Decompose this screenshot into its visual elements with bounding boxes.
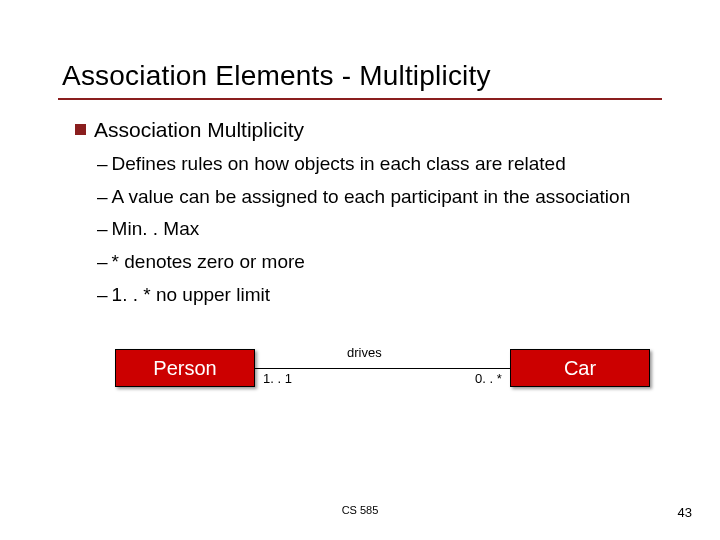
multiplicity-right: 0. . * <box>475 371 502 386</box>
slide-title: Association Elements - Multiplicity <box>0 0 720 98</box>
list-item-text: Min. . Max <box>112 218 200 239</box>
list-item-text: Defines rules on how objects in each cla… <box>112 153 566 174</box>
slide: Association Elements - Multiplicity Asso… <box>0 0 720 540</box>
content-area: Association Multiplicity –Defines rules … <box>0 100 720 407</box>
section-heading-row: Association Multiplicity <box>75 118 680 142</box>
list-item: –1. . * no upper limit <box>97 283 680 308</box>
class-person: Person <box>115 349 255 387</box>
list-item-text: 1. . * no upper limit <box>112 284 270 305</box>
page-number: 43 <box>678 505 692 520</box>
list-item: –* denotes zero or more <box>97 250 680 275</box>
uml-diagram: Person drives 1. . 1 0. . * Car <box>115 337 675 407</box>
list-item: –A value can be assigned to each partici… <box>97 185 680 210</box>
list-item: –Defines rules on how objects in each cl… <box>97 152 680 177</box>
association-label: drives <box>345 345 384 360</box>
footer-course: CS 585 <box>0 504 720 516</box>
class-car: Car <box>510 349 650 387</box>
association-line <box>255 368 510 369</box>
multiplicity-left: 1. . 1 <box>263 371 292 386</box>
bullet-list: –Defines rules on how objects in each cl… <box>75 152 680 307</box>
list-item-text: A value can be assigned to each particip… <box>112 186 631 207</box>
square-bullet-icon <box>75 124 86 135</box>
list-item-text: * denotes zero or more <box>112 251 305 272</box>
list-item: –Min. . Max <box>97 217 680 242</box>
section-heading: Association Multiplicity <box>94 118 304 142</box>
